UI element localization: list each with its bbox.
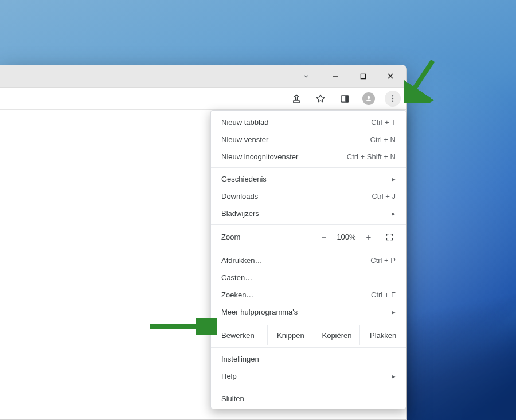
menu-item-label: Instellingen (221, 355, 396, 363)
chrome-main-menu: Nieuw tabblad Ctrl + T Nieuw venster Ctr… (210, 110, 406, 409)
side-panel-button[interactable] (337, 91, 353, 107)
menu-item-edit: Bewerken Knippen Kopiëren Plakken (211, 325, 406, 345)
menu-item-history[interactable]: Geschiedenis ▸ (211, 170, 406, 187)
menu-item-zoom: Zoom − 100% + (211, 227, 406, 246)
menu-item-exit[interactable]: Sluiten (211, 390, 406, 407)
menu-item-label: Afdrukken… (221, 256, 370, 265)
menu-item-label: Meer hulpprogramma's (221, 308, 392, 316)
edit-copy-button[interactable]: Kopiëren (314, 325, 360, 345)
menu-item-label: Sluiten (221, 394, 396, 403)
chevron-down-icon (302, 72, 310, 80)
menu-separator (211, 387, 406, 387)
menu-item-shortcut: Ctrl + F (371, 291, 396, 299)
submenu-arrow-icon: ▸ (392, 209, 396, 218)
menu-item-print[interactable]: Afdrukken… Ctrl + P (211, 252, 406, 269)
menu-item-bookmarks[interactable]: Bladwijzers ▸ (211, 205, 406, 222)
edit-paste-button[interactable]: Plakken (359, 325, 406, 345)
menu-item-label: Nieuw tabblad (221, 118, 371, 127)
side-panel-icon (340, 94, 350, 104)
menu-item-new-incognito[interactable]: Nieuw incognitovenster Ctrl + Shift + N (211, 148, 406, 165)
edit-cut-button[interactable]: Knippen (267, 325, 314, 345)
window-close-button[interactable] (378, 68, 403, 85)
star-icon (315, 93, 326, 104)
menu-item-cast[interactable]: Casten… (211, 269, 406, 286)
tabs-search-chevron[interactable] (298, 68, 315, 85)
menu-separator (211, 323, 406, 323)
submenu-arrow-icon: ▸ (392, 372, 396, 380)
svg-rect-3 (345, 95, 349, 101)
menu-item-downloads[interactable]: Downloads Ctrl + J (211, 187, 406, 205)
zoom-level: 100% (333, 233, 360, 241)
menu-item-find[interactable]: Zoeken… Ctrl + F (211, 286, 406, 303)
svg-rect-1 (361, 74, 365, 78)
menu-separator (211, 347, 406, 348)
menu-separator (211, 224, 406, 225)
minimize-icon (332, 73, 339, 80)
submenu-arrow-icon: ▸ (392, 175, 396, 183)
window-maximize-button[interactable] (350, 68, 376, 85)
menu-item-label: Nieuw incognitovenster (221, 152, 347, 161)
menu-item-shortcut: Ctrl + Shift + N (347, 152, 396, 161)
menu-separator (211, 167, 406, 168)
menu-item-label: Bladwijzers (221, 209, 392, 218)
svg-point-7 (392, 100, 394, 102)
menu-item-label: Geschiedenis (221, 175, 392, 183)
menu-item-shortcut: Ctrl + J (372, 192, 396, 201)
profile-button[interactable] (361, 91, 377, 107)
svg-point-5 (392, 95, 394, 97)
maximize-icon (360, 73, 366, 80)
menu-item-label: Nieuw venster (221, 135, 370, 144)
menu-separator (211, 249, 406, 249)
share-icon (291, 93, 302, 104)
menu-item-shortcut: Ctrl + N (370, 135, 396, 144)
menu-item-new-window[interactable]: Nieuw venster Ctrl + N (211, 131, 406, 148)
menu-item-label: Zoeken… (221, 291, 371, 299)
share-button[interactable] (288, 91, 304, 107)
window-minimize-button[interactable] (323, 68, 348, 85)
menu-item-new-tab[interactable]: Nieuw tabblad Ctrl + T (211, 113, 406, 131)
avatar-icon (362, 92, 375, 105)
svg-point-4 (368, 96, 370, 99)
fullscreen-button[interactable] (381, 233, 398, 241)
menu-item-shortcut: Ctrl + P (370, 256, 396, 265)
zoom-out-button[interactable]: − (315, 232, 333, 242)
chrome-menu-button[interactable] (385, 91, 401, 107)
menu-item-label: Bewerken (211, 331, 267, 340)
bookmark-button[interactable] (312, 91, 329, 107)
browser-toolbar (0, 87, 406, 110)
kebab-menu-icon (388, 94, 397, 103)
close-icon (387, 73, 394, 80)
menu-item-shortcut: Ctrl + T (371, 118, 396, 127)
menu-item-settings[interactable]: Instellingen (211, 350, 406, 367)
menu-item-help[interactable]: Help ▸ (211, 367, 406, 384)
window-titlebar (0, 65, 406, 87)
submenu-arrow-icon: ▸ (392, 308, 396, 316)
fullscreen-icon (385, 233, 394, 241)
svg-point-6 (392, 98, 394, 100)
menu-item-label: Downloads (221, 192, 372, 201)
menu-item-label: Zoom (221, 233, 315, 241)
zoom-in-button[interactable]: + (360, 232, 377, 242)
menu-item-label: Casten… (221, 273, 396, 282)
menu-item-label: Help (221, 372, 392, 380)
menu-item-more-tools[interactable]: Meer hulpprogramma's ▸ (211, 303, 406, 320)
